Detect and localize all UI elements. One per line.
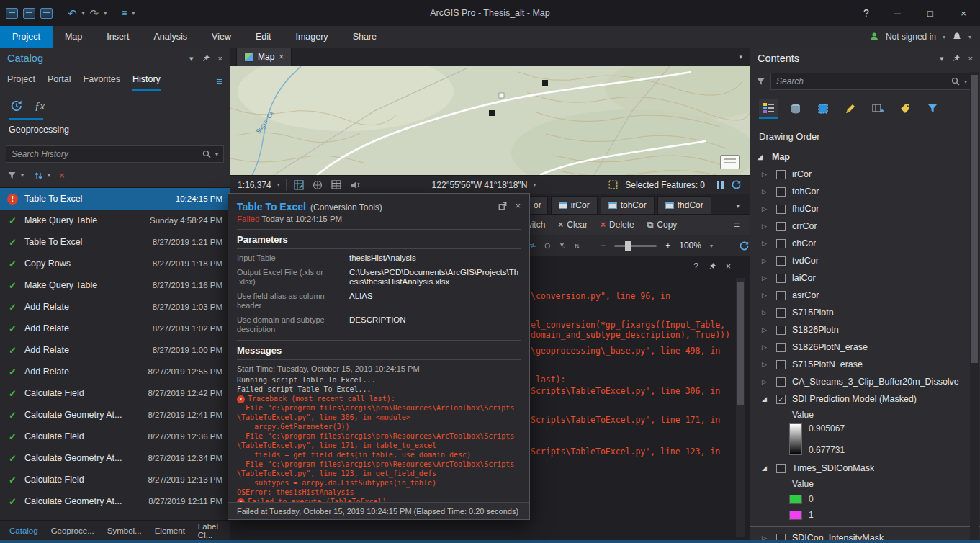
coordinates-caret[interactable]: ▾ <box>533 181 536 188</box>
open-project-icon[interactable] <box>23 8 35 19</box>
expand-icon[interactable]: ▷ <box>762 309 770 316</box>
ribbon-tab-imagery[interactable]: Imagery <box>283 26 340 48</box>
list-by-drawing-order-icon[interactable] <box>759 99 778 119</box>
help-button[interactable]: ? <box>853 0 879 26</box>
catalog-menu-icon[interactable]: ≡ <box>216 75 222 91</box>
signin-status[interactable]: Not signed in <box>886 32 936 42</box>
catalog-tab-history[interactable]: History <box>132 74 161 91</box>
layer-item-partial[interactable]: ▷ SDICon_IntensityMask <box>750 529 980 540</box>
layer-checkbox[interactable] <box>776 187 786 197</box>
layer-item[interactable]: ▷tvdCor <box>750 252 980 269</box>
catalog-tab-favorites[interactable]: Favorites <box>84 74 120 91</box>
pause-drawing-icon[interactable] <box>717 181 724 189</box>
table-menu-icon[interactable]: ≡ <box>734 219 750 230</box>
history-item[interactable]: ✓Calculate Geometry At...8/27/2019 12:11… <box>0 490 230 512</box>
redo-icon[interactable]: ↷ <box>90 8 99 19</box>
ribbon-tab-share[interactable]: Share <box>341 26 389 48</box>
map-coordinates[interactable]: 122°55'56"W 41°18'18"N <box>432 180 528 190</box>
undo-icon[interactable]: ↶ <box>68 8 77 19</box>
catalog-tab-portal[interactable]: Portal <box>48 74 71 91</box>
list-by-editing-icon[interactable] <box>841 99 860 119</box>
history-item[interactable]: ✓Calculate Field8/27/2019 12:13 PM <box>0 469 230 490</box>
pin-icon[interactable] <box>202 54 210 63</box>
attribute-table-icon[interactable] <box>330 179 343 192</box>
table-sort-icon[interactable] <box>574 241 580 251</box>
map-notification-icon[interactable] <box>720 155 740 169</box>
contents-scrollbar[interactable] <box>970 72 979 540</box>
ribbon-tab-edit[interactable]: Edit <box>243 26 284 48</box>
layer-checkbox[interactable] <box>776 326 786 335</box>
map-graphic-marker[interactable] <box>489 110 495 116</box>
popup-close-icon[interactable]: × <box>516 201 521 211</box>
pane-help-icon[interactable]: ? <box>693 261 698 272</box>
expand-icon[interactable]: ▷ <box>762 240 770 247</box>
filter-caret[interactable]: ▾ <box>21 172 24 179</box>
table-tab-list-caret-icon[interactable]: ▾ <box>736 202 750 214</box>
history-item[interactable]: ✓Copy Rows8/27/2019 1:18 PM <box>0 253 230 274</box>
history-item[interactable]: ✓Calculate Field8/27/2019 12:36 PM <box>0 426 230 447</box>
table-tab-fhdCor[interactable]: fhdCor <box>657 196 711 214</box>
expand-icon[interactable]: ◢ <box>762 465 770 472</box>
layer-checkbox[interactable] <box>776 205 786 214</box>
layer-item[interactable]: ▷S715PlotN_erase <box>750 356 980 373</box>
pin-icon[interactable] <box>952 54 961 63</box>
close-button[interactable]: × <box>947 0 980 26</box>
layer-item-sdi[interactable]: ◢ ✓ SDI Prediction Model (Masked) <box>750 390 980 408</box>
list-by-snapping-icon[interactable] <box>868 99 887 119</box>
layer-item-times[interactable]: ◢ Times_SDIConMask <box>750 459 980 477</box>
geoprocessing-history-icon[interactable] <box>9 99 24 113</box>
list-by-labeling-icon[interactable] <box>896 99 914 119</box>
contents-search-input[interactable]: Search ▾ <box>770 73 973 90</box>
layer-item[interactable]: ▷laiCor <box>750 269 980 287</box>
layer-item[interactable]: ▷irCor <box>750 166 980 183</box>
save-project-icon[interactable] <box>6 8 18 19</box>
history-item[interactable]: ✓Add Relate8/27/2019 1:02 PM <box>0 318 230 339</box>
expand-icon[interactable]: ▷ <box>762 292 770 299</box>
layer-checkbox[interactable] <box>776 274 786 283</box>
print-icon[interactable] <box>40 8 53 19</box>
zoom-caret[interactable]: ▾ <box>710 243 713 249</box>
refresh-table-icon[interactable] <box>739 239 750 252</box>
ribbon-tab-project[interactable]: Project <box>0 26 53 48</box>
expand-icon[interactable]: ▷ <box>762 188 770 195</box>
expand-icon[interactable]: ▷ <box>762 205 770 212</box>
search-options-caret[interactable]: ▾ <box>964 78 967 85</box>
fx-functions-icon[interactable]: ƒx <box>35 100 45 112</box>
pin-icon[interactable] <box>708 262 716 271</box>
map-document-tab[interactable]: Map × <box>236 48 292 66</box>
ribbon-tab-map[interactable]: Map <box>53 26 94 48</box>
layer-checkbox[interactable]: ✓ <box>776 395 786 404</box>
layer-checkbox[interactable] <box>776 239 786 248</box>
list-by-charts-icon[interactable] <box>923 99 942 119</box>
messages-scrollbar-thumb[interactable] <box>737 282 744 405</box>
layer-item[interactable]: ▷S1826Plotn <box>750 321 980 338</box>
list-by-data-source-icon[interactable] <box>786 99 805 119</box>
table-tab-truncated[interactable]: or <box>527 196 548 214</box>
bottom-tab-3[interactable]: Element <box>148 526 192 535</box>
catalog-tab-project[interactable]: Project <box>7 74 35 91</box>
ribbon-collapse-caret[interactable]: ▾ <box>968 34 971 40</box>
bottom-tab-0[interactable]: Catalog <box>3 526 45 535</box>
layer-checkbox[interactable] <box>776 308 786 318</box>
layer-item[interactable]: ▷tohCor <box>750 183 980 200</box>
filter-funnel-icon[interactable] <box>7 171 17 180</box>
table-tab-tohCor[interactable]: tohCor <box>601 196 655 214</box>
table-action-copy[interactable]: ⧉Copy <box>647 220 678 230</box>
layer-item[interactable]: ▷crrCor <box>750 217 980 235</box>
expand-icon[interactable]: ▷ <box>762 361 770 368</box>
zoom-in-button[interactable]: + <box>665 241 670 251</box>
close-tab-icon[interactable]: × <box>279 52 284 62</box>
layer-checkbox[interactable] <box>776 170 786 179</box>
sort-icon[interactable] <box>34 171 43 180</box>
table-action-delete[interactable]: ×Delete <box>601 220 634 230</box>
history-item[interactable]: ✓Make Query TableSunday 4:58:24 PM <box>0 210 230 231</box>
history-item[interactable]: ✓Add Relate8/27/2019 12:55 PM <box>0 361 230 382</box>
layer-tree-map-root[interactable]: ◢ Map <box>750 148 980 166</box>
layer-checkbox[interactable] <box>776 222 786 231</box>
history-item[interactable]: ✓Table To Excel8/27/2019 1:21 PM <box>0 231 230 253</box>
expand-icon[interactable]: ▷ <box>762 344 770 351</box>
expand-icon[interactable]: ◢ <box>758 153 765 161</box>
minimize-button[interactable]: ─ <box>881 0 914 26</box>
panel-menu-caret-icon[interactable]: ▾ <box>189 54 194 63</box>
customize-caret[interactable]: ▾ <box>132 10 135 17</box>
